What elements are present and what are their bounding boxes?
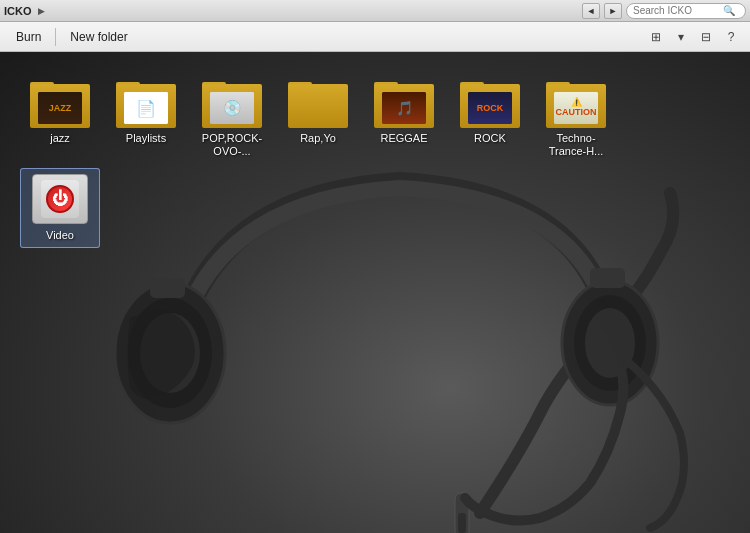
file-label: POP,ROCK-OVO-... xyxy=(196,132,268,158)
file-label: Techno-Trance-H... xyxy=(540,132,612,158)
list-item[interactable]: ROCK ROCK xyxy=(450,72,530,162)
title-bar-right: ◄ ► 🔍 xyxy=(582,3,746,19)
view-details-btn[interactable]: ⊟ xyxy=(695,26,717,48)
files-area: JAZZ jazz 📄 Playlists xyxy=(10,62,710,258)
folder-jazz-icon: JAZZ xyxy=(30,76,90,128)
file-label: Playlists xyxy=(126,132,166,145)
folder-reggae-icon: 🎵 xyxy=(374,76,434,128)
toolbar: Burn New folder ⊞ ▾ ⊟ ? xyxy=(0,22,750,52)
nav-forward-btn[interactable]: ► xyxy=(604,3,622,19)
list-item[interactable]: ⏻ Video xyxy=(20,168,100,247)
list-item[interactable]: ⚠️ CAUTION Techno-Trance-H... xyxy=(536,72,616,162)
title-bar: ICKO ▶ ◄ ► 🔍 xyxy=(0,0,750,22)
list-item[interactable]: 💿 POP,ROCK-OVO-... xyxy=(192,72,272,162)
window-title: ICKO xyxy=(4,5,32,17)
search-box: 🔍 xyxy=(626,3,746,19)
list-item[interactable]: JAZZ jazz xyxy=(20,72,100,162)
file-label: jazz xyxy=(50,132,70,145)
new-folder-label: New folder xyxy=(70,30,127,44)
list-item[interactable]: 📄 Playlists xyxy=(106,72,186,162)
search-input[interactable] xyxy=(633,5,723,16)
video-power-symbol: ⏻ xyxy=(41,180,79,218)
svg-rect-6 xyxy=(150,278,185,298)
folder-techno-icon: ⚠️ CAUTION xyxy=(546,76,606,128)
view-tiles-btn[interactable]: ⊞ xyxy=(645,26,667,48)
video-icon-background: ⏻ xyxy=(32,174,88,224)
toolbar-right: ⊞ ▾ ⊟ ? xyxy=(645,26,742,48)
folder-rock-icon: ROCK xyxy=(460,76,520,128)
help-btn[interactable]: ? xyxy=(720,26,742,48)
burn-label: Burn xyxy=(16,30,41,44)
new-folder-button[interactable]: New folder xyxy=(62,26,135,48)
file-label: Video xyxy=(46,229,74,242)
folder-playlists-icon: 📄 xyxy=(116,76,176,128)
list-item[interactable]: Rap,Yo xyxy=(278,72,358,162)
nav-back-btn[interactable]: ◄ xyxy=(582,3,600,19)
view-dropdown-btn[interactable]: ▾ xyxy=(670,26,692,48)
power-icon: ⏻ xyxy=(46,185,74,213)
file-label: REGGAE xyxy=(380,132,427,145)
svg-rect-7 xyxy=(590,268,625,288)
file-label: Rap,Yo xyxy=(300,132,336,145)
toolbar-separator xyxy=(55,28,56,46)
list-item[interactable]: 🎵 REGGAE xyxy=(364,72,444,162)
folder-rap-icon xyxy=(288,76,348,128)
search-icon: 🔍 xyxy=(723,5,735,16)
title-bar-left: ICKO ▶ xyxy=(4,5,45,17)
file-label: ROCK xyxy=(474,132,506,145)
video-icon: ⏻ xyxy=(30,173,90,225)
folder-pop-icon: 💿 xyxy=(202,76,262,128)
main-area: JAZZ jazz 📄 Playlists xyxy=(0,52,750,533)
burn-button[interactable]: Burn xyxy=(8,26,49,48)
svg-rect-9 xyxy=(458,513,466,533)
title-arrow: ▶ xyxy=(38,6,45,16)
